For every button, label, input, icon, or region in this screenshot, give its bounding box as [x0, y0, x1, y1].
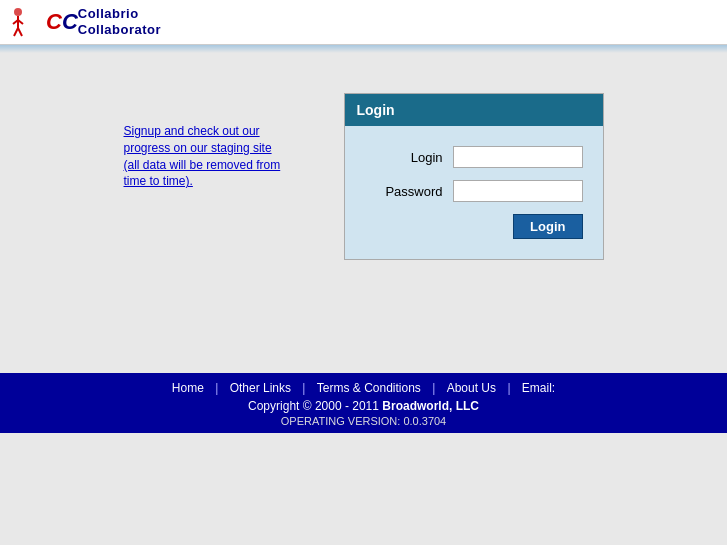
footer-separator-2: |	[302, 381, 305, 395]
svg-point-0	[14, 8, 22, 16]
footer-separator-1: |	[215, 381, 218, 395]
logo-area: C C Collabrio Collaborator	[10, 6, 161, 38]
footer-links: Home | Other Links | Terms & Conditions …	[0, 381, 727, 395]
login-box: Login Login Password Login	[344, 93, 604, 260]
logo-figure-icon	[10, 6, 42, 38]
footer-copyright: Copyright © 2000 - 2011 Broadworld, LLC	[0, 399, 727, 413]
footer-link-email[interactable]: Email:	[522, 381, 555, 395]
below-footer	[0, 433, 727, 533]
footer-version: OPERATING VERSION: 0.0.3704	[0, 415, 727, 427]
signup-link[interactable]: Signup and check out our progress on our…	[124, 124, 281, 188]
login-button[interactable]: Login	[513, 214, 582, 239]
footer-separator-4: |	[507, 381, 510, 395]
footer-link-home[interactable]: Home	[172, 381, 204, 395]
footer-link-about[interactable]: About Us	[447, 381, 496, 395]
logo-text-bottom: Collaborator	[78, 22, 161, 38]
password-label: Password	[365, 184, 443, 199]
header-strip	[0, 45, 727, 53]
login-password-row: Password	[365, 180, 583, 202]
password-input[interactable]	[453, 180, 583, 202]
svg-line-4	[14, 28, 18, 36]
login-box-header: Login	[345, 94, 603, 126]
copyright-text: Copyright © 2000 - 2011	[248, 399, 379, 413]
signup-link-area: Signup and check out our progress on our…	[124, 123, 284, 190]
main-content: Signup and check out our progress on our…	[0, 53, 727, 353]
login-username-row: Login	[365, 146, 583, 168]
login-title: Login	[357, 102, 395, 118]
footer-separator-3: |	[432, 381, 435, 395]
svg-line-5	[18, 28, 22, 36]
login-button-row: Login	[365, 214, 583, 239]
logo-c-blue: C	[62, 9, 78, 35]
company-name: Broadworld, LLC	[382, 399, 479, 413]
footer-link-terms[interactable]: Terms & Conditions	[317, 381, 421, 395]
header: C C Collabrio Collaborator	[0, 0, 727, 45]
logo-text-block: Collabrio Collaborator	[78, 6, 161, 37]
footer-link-other-links[interactable]: Other Links	[230, 381, 291, 395]
login-input[interactable]	[453, 146, 583, 168]
footer: Home | Other Links | Terms & Conditions …	[0, 373, 727, 433]
login-label: Login	[365, 150, 443, 165]
logo-text-top: Collabrio	[78, 6, 161, 22]
logo-c-red: C	[46, 9, 62, 35]
login-box-body: Login Password Login	[345, 126, 603, 259]
